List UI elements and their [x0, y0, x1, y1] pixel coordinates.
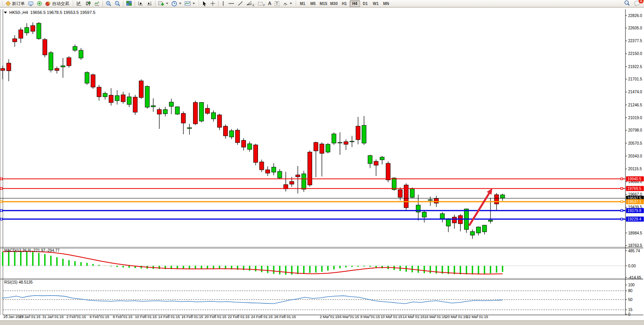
toolbar-grip[interactable] [295, 1, 296, 6]
macd-indicator-label: MACD(12,26,9) -221.97 -294.77 [4, 248, 60, 253]
svg-text:22377.5: 22377.5 [628, 39, 642, 43]
new-order-button[interactable]: 新订单 [4, 0, 26, 7]
svg-text:-414.65: -414.65 [628, 275, 641, 280]
fibonacci-button[interactable]: E [245, 0, 256, 7]
price-label-chip: 19769.5 [626, 186, 644, 191]
text-label-icon: T [275, 1, 279, 6]
chart-shift-button[interactable] [145, 0, 154, 7]
svg-text:14 Feb 01:15: 14 Feb 01:15 [158, 315, 180, 319]
svg-text:22 Mar 01:15: 22 Mar 01:15 [466, 315, 488, 319]
horizontal-line-button[interactable] [227, 0, 236, 7]
svg-text:6 Mar 01:15: 6 Mar 01:15 [340, 315, 359, 319]
svg-text:10 Feb 01:15: 10 Feb 01:15 [135, 315, 157, 319]
svg-text:50: 50 [628, 298, 633, 302]
timeframe-h4[interactable]: H4 [350, 0, 360, 7]
text-button[interactable]: A [266, 0, 273, 7]
indicators-button[interactable] [157, 0, 170, 7]
zoom-out-icon [114, 1, 120, 7]
timeframe-m15[interactable]: M15 [318, 0, 329, 7]
window-bottom-strip [0, 320, 644, 325]
timeframe-m5[interactable]: M5 [308, 0, 318, 7]
svg-text:80: 80 [628, 289, 633, 293]
bar-chart-button[interactable] [75, 0, 84, 7]
price-label-chip: 19537.1 [626, 199, 644, 204]
svg-text:20 Mar 01:15: 20 Mar 01:15 [446, 315, 467, 319]
trendline-icon [237, 1, 243, 6]
svg-text:18984.5: 18984.5 [628, 231, 642, 235]
vertical-line-icon [221, 1, 225, 6]
crosshair-button[interactable] [208, 0, 217, 7]
text-label-button[interactable]: T [273, 0, 281, 7]
svg-text:22150.0: 22150.0 [628, 51, 642, 56]
arrows-button[interactable] [281, 0, 294, 7]
svg-text:485.74: 485.74 [628, 249, 640, 253]
template-button[interactable] [183, 0, 196, 7]
svg-text:20798.0: 20798.0 [628, 128, 642, 132]
vertical-line-button[interactable] [220, 0, 227, 7]
svg-text:22605.0: 22605.0 [628, 26, 642, 30]
timeframe-m1[interactable]: M1 [297, 0, 308, 7]
timeframe-w1[interactable]: W1 [371, 0, 381, 7]
trendline-button[interactable] [236, 0, 245, 7]
clock-icon [171, 1, 177, 7]
toolbar-grip[interactable] [1, 1, 3, 6]
auto-trading-icon [45, 1, 51, 6]
svg-text:21701.5: 21701.5 [628, 77, 642, 81]
svg-text:31 Jan 01:15: 31 Jan 01:15 [43, 315, 64, 319]
indicators-caret-icon [166, 3, 168, 4]
price-label-chip: 19379.8 [626, 208, 644, 213]
svg-text:20115.5: 20115.5 [628, 167, 642, 171]
svg-text:21246.5: 21246.5 [628, 103, 642, 107]
timeframe-m30[interactable]: M30 [329, 0, 339, 7]
chart-window[interactable]: 22826.022605.022377.522150.021922.521701… [0, 8, 644, 320]
new-order-label: 新订单 [12, 1, 25, 7]
signal-button[interactable] [35, 0, 44, 7]
cursor-button[interactable] [200, 0, 208, 7]
period-button[interactable] [170, 0, 183, 7]
channel-glyph: F [263, 4, 265, 7]
chart-shift-icon [147, 1, 152, 6]
cursor-icon [202, 1, 207, 6]
svg-text:2 Feb 01:15: 2 Feb 01:15 [67, 315, 86, 319]
channel-button[interactable]: F [256, 0, 266, 7]
svg-text:19379.8: 19379.8 [627, 209, 642, 213]
zoom-in-button[interactable] [104, 0, 113, 7]
svg-text:20343.0: 20343.0 [628, 154, 642, 158]
svg-text:19537.1: 19537.1 [627, 200, 642, 204]
svg-text:8 Mar 01:15: 8 Mar 01:15 [360, 315, 380, 319]
price-label-chip: 19229.4 [626, 217, 644, 222]
auto-scroll-button[interactable] [136, 0, 145, 7]
tile-windows-button[interactable] [125, 0, 133, 7]
candlestick-icon [85, 1, 91, 6]
arrows-icon [282, 1, 288, 6]
notifications-button[interactable]: 1 [634, 0, 641, 7]
period-caret-icon [179, 3, 181, 4]
chart-canvas[interactable]: 22826.022605.022377.522150.021922.521701… [0, 8, 644, 320]
svg-text:100: 100 [628, 283, 635, 287]
toolbar-grip[interactable] [72, 1, 73, 6]
zoom-out-button[interactable] [113, 0, 122, 7]
timeframe-buttons: M1M5M15M30H1H4D1W1MN [297, 0, 391, 7]
auto-scroll-icon [138, 1, 143, 6]
channel-icon [258, 1, 263, 6]
timeframe-mn[interactable]: MN [381, 0, 391, 7]
template-caret-icon [193, 3, 195, 4]
svg-text:21019.0: 21019.0 [628, 116, 642, 120]
new-order-icon [5, 1, 11, 6]
chart-symbol-period: HK50-,H4 [9, 10, 28, 15]
chart-dropdown-icon[interactable] [4, 12, 7, 14]
arrows-caret-icon [290, 3, 292, 4]
search-icon[interactable] [624, 0, 630, 7]
signal-icon [37, 1, 42, 6]
fibonacci-glyph: E [253, 4, 255, 7]
timeframe-d1[interactable]: D1 [360, 0, 371, 7]
svg-text:2 Mar 01:15: 2 Mar 01:15 [320, 315, 340, 319]
terminal-button[interactable] [26, 0, 35, 7]
candlestick-button[interactable] [84, 0, 92, 7]
svg-text:19769.5: 19769.5 [627, 186, 642, 191]
auto-trading-button[interactable]: 自动交易 [44, 0, 71, 7]
timeframe-h1[interactable]: H1 [339, 0, 350, 7]
svg-text:16 Feb 01:15: 16 Feb 01:15 [181, 315, 203, 319]
toolbar-grip[interactable] [198, 1, 199, 6]
line-chart-button[interactable] [92, 0, 101, 7]
